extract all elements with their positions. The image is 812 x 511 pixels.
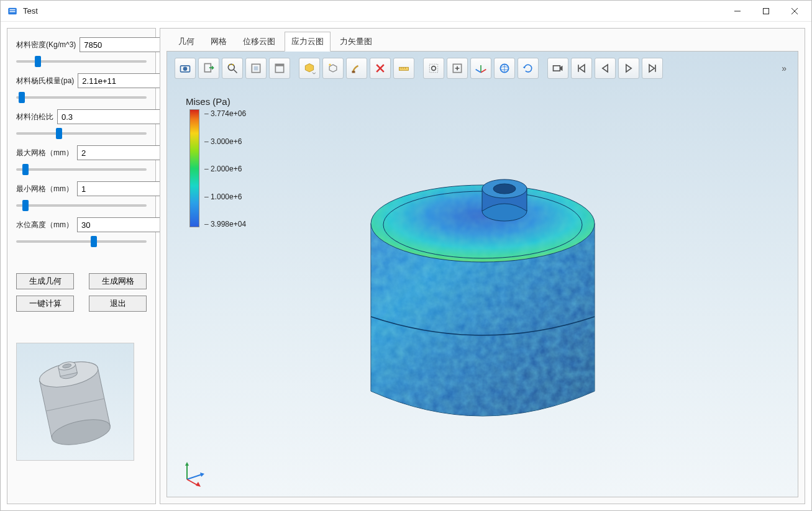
- maximize-button[interactable]: [752, 2, 780, 20]
- color-legend: Mises (Pa) 3.774e+06 3.000e+6 2.000e+6 1…: [189, 96, 246, 228]
- tab-stress[interactable]: 应力云图: [285, 32, 331, 52]
- svg-rect-22: [254, 66, 258, 71]
- param-density: 材料密度(Kg/m^3): [16, 37, 147, 67]
- poisson-input[interactable]: [57, 109, 170, 124]
- param-youngs: 材料杨氏模量(pa): [16, 73, 147, 103]
- zoom-area-icon[interactable]: [423, 58, 444, 79]
- legend-tick: 3.000e+6: [204, 137, 246, 146]
- svg-rect-26: [352, 71, 355, 73]
- legend-tick: 3.774e+06: [204, 109, 246, 118]
- stress-contour-model: [352, 130, 613, 453]
- select-box-icon[interactable]: [245, 58, 267, 79]
- svg-marker-48: [200, 473, 204, 477]
- water-label: 水位高度（mm）: [16, 220, 73, 230]
- skip-end-icon[interactable]: [642, 58, 663, 79]
- svg-point-17: [183, 67, 188, 71]
- globe-icon[interactable]: [494, 58, 515, 79]
- toolbar-overflow-icon[interactable]: »: [778, 63, 790, 73]
- parameter-panel: 材料密度(Kg/m^3) 材料杨氏模量(pa) 材料泊松比: [7, 28, 156, 504]
- svg-line-47: [187, 474, 202, 479]
- maxmesh-slider[interactable]: [16, 164, 147, 175]
- svg-rect-1: [10, 9, 16, 11]
- tab-force-vector[interactable]: 力矢量图: [333, 32, 379, 52]
- poisson-slider[interactable]: [16, 128, 147, 139]
- tab-geometry[interactable]: 几何: [171, 32, 201, 52]
- skip-start-icon[interactable]: [571, 58, 592, 79]
- result-panel: 几何 网格 位移云图 应力云图 力矢量图: [160, 28, 805, 504]
- legend-tick: 3.998e+04: [204, 220, 246, 228]
- generate-mesh-button[interactable]: 生成网格: [89, 273, 147, 289]
- minmesh-label: 最小网格（mm）: [16, 184, 73, 194]
- svg-line-37: [481, 70, 486, 73]
- window-icon[interactable]: [269, 58, 290, 79]
- legend-tick: 2.000e+6: [204, 165, 246, 173]
- svg-rect-42: [554, 66, 560, 71]
- maxmesh-label: 最大网格（mm）: [16, 148, 73, 158]
- cube-dropdown-icon[interactable]: [299, 58, 320, 79]
- param-water: 水位高度（mm）: [16, 217, 147, 247]
- play-next-icon[interactable]: [618, 58, 639, 79]
- svg-point-56: [493, 184, 516, 194]
- calculate-button[interactable]: 一键计算: [16, 296, 74, 312]
- param-poisson: 材料泊松比: [16, 109, 147, 139]
- density-slider[interactable]: [16, 56, 147, 67]
- ruler-icon[interactable]: [393, 58, 414, 79]
- youngs-slider[interactable]: [16, 92, 147, 103]
- tab-mesh[interactable]: 网格: [204, 32, 234, 52]
- video-icon[interactable]: [547, 58, 568, 79]
- legend-tick: 1.000e+6: [204, 192, 246, 201]
- legend-title: Mises (Pa): [186, 96, 246, 107]
- tabbar: 几何 网格 位移云图 应力云图 力矢量图: [160, 29, 805, 51]
- youngs-label: 材料杨氏模量(pa): [16, 76, 74, 86]
- poisson-label: 材料泊松比: [16, 112, 53, 122]
- app-window: Test 材料密度(Kg/m^3) 材料杨氏模量(pa): [0, 0, 812, 511]
- preview-graphic: [19, 346, 131, 458]
- fit-icon[interactable]: [447, 58, 468, 79]
- svg-rect-4: [764, 8, 769, 14]
- play-prev-icon[interactable]: [595, 58, 616, 79]
- svg-marker-46: [185, 462, 189, 466]
- minimize-button[interactable]: [723, 2, 752, 20]
- svg-rect-33: [429, 64, 437, 72]
- legend-ticks: 3.774e+06 3.000e+6 2.000e+6 1.000e+6 3.9…: [204, 109, 246, 228]
- axis-triad-icon: [180, 459, 207, 487]
- close-button[interactable]: [780, 2, 809, 20]
- action-buttons: 生成几何 生成网格 一键计算 退出: [16, 273, 147, 312]
- svg-rect-29: [399, 67, 409, 70]
- viewport-toolbar: »: [172, 57, 793, 80]
- density-label: 材料密度(Kg/m^3): [16, 40, 76, 50]
- svg-point-34: [432, 66, 436, 71]
- exit-button[interactable]: 退出: [89, 296, 147, 312]
- brush-icon[interactable]: [346, 58, 367, 79]
- legend-bar: [189, 109, 199, 227]
- delete-x-icon[interactable]: [370, 58, 391, 79]
- svg-line-38: [476, 70, 481, 73]
- window-title: Test: [23, 6, 38, 16]
- content-area: 材料密度(Kg/m^3) 材料杨氏模量(pa) 材料泊松比: [1, 22, 811, 510]
- app-icon: [7, 6, 18, 17]
- rotate-icon[interactable]: [518, 58, 539, 79]
- tab-displacement[interactable]: 位移云图: [236, 32, 282, 52]
- minmesh-slider[interactable]: [16, 200, 147, 211]
- viewport[interactable]: » Mises (Pa) 3.774e+06 3.000e+6 2.000e+6…: [167, 51, 798, 497]
- axis-icon[interactable]: [470, 58, 491, 79]
- titlebar: Test: [1, 1, 811, 22]
- svg-line-20: [234, 70, 237, 73]
- export-icon[interactable]: [198, 58, 219, 79]
- cube-light-icon[interactable]: [322, 58, 344, 79]
- camera-icon[interactable]: [175, 58, 196, 79]
- svg-rect-2: [10, 11, 16, 12]
- svg-point-19: [228, 64, 234, 70]
- svg-point-25: [329, 64, 331, 66]
- param-minmesh: 最小网格（mm）: [16, 181, 147, 211]
- svg-rect-24: [275, 64, 283, 66]
- water-slider[interactable]: [16, 236, 147, 247]
- param-maxmesh: 最大网格（mm）: [16, 145, 147, 175]
- generate-geometry-button[interactable]: 生成几何: [16, 273, 74, 289]
- model-preview: [16, 343, 134, 461]
- zoom-icon[interactable]: [222, 58, 243, 79]
